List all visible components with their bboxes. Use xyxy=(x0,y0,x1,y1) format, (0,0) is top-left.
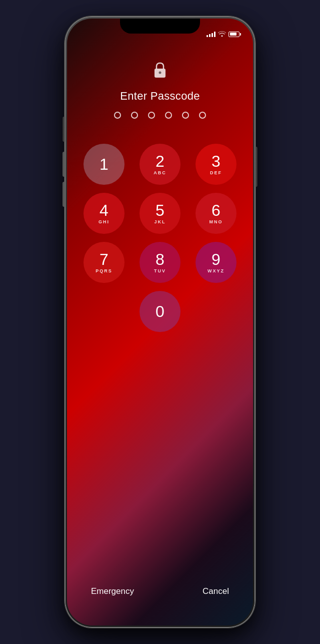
passcode-dot-2 xyxy=(131,112,138,119)
phone-screen: Enter Passcode 1 2 ABC 3 xyxy=(67,19,253,625)
lock-icon xyxy=(153,61,167,82)
key-7-letters: PQRS xyxy=(96,268,112,273)
key-3-number: 3 xyxy=(212,153,220,169)
key-6-letters: MNO xyxy=(210,219,223,224)
key-1-number: 1 xyxy=(100,156,108,172)
key-8-button[interactable]: 8 TUV xyxy=(140,242,180,283)
wifi-icon xyxy=(218,31,226,38)
cancel-button[interactable]: Cancel xyxy=(198,582,233,600)
battery-icon xyxy=(228,32,241,37)
key-2-letters: ABC xyxy=(154,170,166,175)
key-4-number: 4 xyxy=(100,202,108,218)
key-9-button[interactable]: 9 WXYZ xyxy=(196,242,236,283)
passcode-dot-4 xyxy=(165,112,172,119)
key-5-number: 5 xyxy=(156,202,164,218)
key-4-letters: GHI xyxy=(98,219,110,224)
key-9-number: 9 xyxy=(212,251,220,267)
passcode-dot-1 xyxy=(114,112,121,119)
key-8-number: 8 xyxy=(156,251,164,267)
signal-icon xyxy=(206,31,216,37)
notch xyxy=(120,19,200,34)
passcode-dots xyxy=(114,112,206,119)
key-1-button[interactable]: 1 xyxy=(84,144,124,185)
bottom-actions: Emergency Cancel xyxy=(67,582,253,600)
key-6-button[interactable]: 6 MNO xyxy=(196,193,236,234)
key-5-letters: JKL xyxy=(154,219,166,224)
svg-point-1 xyxy=(159,72,162,74)
key-6-number: 6 xyxy=(212,202,220,218)
passcode-dot-3 xyxy=(148,112,155,119)
passcode-title: Enter Passcode xyxy=(120,90,200,103)
key-0-number: 0 xyxy=(156,303,164,319)
emergency-button[interactable]: Emergency xyxy=(87,582,138,600)
key-5-button[interactable]: 5 JKL xyxy=(140,193,180,234)
phone-frame: Enter Passcode 1 2 ABC 3 xyxy=(65,17,255,627)
key-3-button[interactable]: 3 DEF xyxy=(196,144,236,185)
keypad: 1 2 ABC 3 DEF 4 GHI 5 JKL xyxy=(80,144,240,332)
key-3-letters: DEF xyxy=(210,170,222,175)
passcode-dot-6 xyxy=(199,112,206,119)
key-9-letters: WXYZ xyxy=(208,268,224,273)
key-0-button[interactable]: 0 xyxy=(140,291,180,332)
status-right xyxy=(206,31,241,38)
screen-content: Enter Passcode 1 2 ABC 3 xyxy=(67,19,253,625)
key-4-button[interactable]: 4 GHI xyxy=(84,193,124,234)
key-2-number: 2 xyxy=(156,153,164,169)
key-8-letters: TUV xyxy=(154,268,166,273)
key-7-number: 7 xyxy=(100,251,108,267)
passcode-dot-5 xyxy=(182,112,189,119)
key-2-button[interactable]: 2 ABC xyxy=(140,144,180,185)
key-7-button[interactable]: 7 PQRS xyxy=(84,242,124,283)
